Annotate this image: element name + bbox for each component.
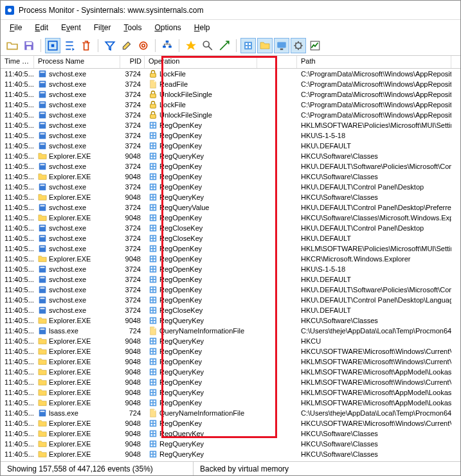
table-row[interactable]: 11:40:5...Explorer.EXE9048RegQueryKeyHKC… [1,315,460,326]
clear-button[interactable] [78,38,94,53]
network-toggle[interactable] [274,38,289,53]
reg-icon [149,337,158,346]
column-time[interactable]: Time o... [1,56,34,68]
process-tree-button[interactable] [159,38,175,53]
reg-icon [149,182,158,191]
table-row[interactable]: 11:40:5...Explorer.EXE9048RegOpenKeyHKLM… [1,377,460,387]
table-row[interactable]: 11:40:5...svchost.exe3724RegOpenKeyHKLM\… [1,120,460,130]
table-row[interactable]: 11:40:5...svchost.exe3724RegOpenKeyHKU\S… [1,130,460,141]
table-row[interactable]: 11:40:5...Explorer.EXE9048RegQueryKeyHKC… [1,449,460,459]
folder-icon [38,388,47,397]
table-row[interactable]: 11:40:5...svchost.exe3724LockFileC:\Prog… [1,69,460,79]
table-row[interactable]: 11:40:5...svchost.exe3724RegQueryValueHK… [1,202,460,213]
table-row[interactable]: 11:40:5...svchost.exe3724RegOpenKeyHKU\.… [1,141,460,151]
table-row[interactable]: 11:40:5...svchost.exe3724RegOpenKeyHKU\.… [1,274,460,285]
table-row[interactable]: 11:40:5...svchost.exe3724RegOpenKeyHKU\.… [1,161,460,172]
save-button[interactable] [21,38,37,53]
cell-time: 11:40:5... [1,286,34,294]
svg-rect-11 [27,46,32,50]
cell-operation: RegOpenKey [145,295,257,304]
menu-event[interactable]: Event [56,22,86,33]
cell-time: 11:40:5... [1,214,34,222]
table-row[interactable]: 11:40:5...svchost.exe3724UnlockFileSingl… [1,89,460,100]
reg-icon [149,265,158,274]
app-icon [38,100,47,109]
table-row[interactable]: 11:40:5...Explorer.EXE9048RegQueryKeyHKC… [1,192,460,202]
cell-path: HKU\.DEFAULT [297,276,451,283]
cell-pid: 9048 [120,430,145,437]
cell-process: Explorer.EXE [34,439,120,448]
reg-icon [149,439,158,448]
filter-button[interactable] [102,38,118,53]
menu-file[interactable]: File [5,22,27,33]
status-events: Showing 157,558 of 447,126 events (35%) [1,462,194,475]
cell-operation: RegQueryKey [145,429,257,438]
cell-path: C:\ProgramData\Microsoft\Windows\AppRepo… [297,91,451,98]
event-grid[interactable]: Time o... Process Name PID Operation Pat… [1,56,460,461]
cell-operation: RegQueryKey [145,316,257,325]
table-row[interactable]: 11:40:5...svchost.exe3724RegOpenKeyHKU\S… [1,264,460,274]
cell-pid: 3724 [120,163,145,170]
open-button[interactable] [5,38,20,53]
folder-icon [38,152,47,161]
table-row[interactable]: 11:40:5...Explorer.EXE9048RegOpenKeyHKLM… [1,398,460,408]
table-row[interactable]: 11:40:5...Explorer.EXE9048RegOpenKeyHKCU… [1,346,460,357]
menu-options[interactable]: Options [149,22,186,33]
table-row[interactable]: 11:40:5...Explorer.EXE9048RegQueryKeyHKC… [1,336,460,346]
table-row[interactable]: 11:40:5...svchost.exe3724LockFileC:\Prog… [1,100,460,110]
jump-button[interactable] [217,38,232,53]
reg-icon [149,141,158,150]
table-row[interactable]: 11:40:5...svchost.exe3724RegOpenKeyHKU\.… [1,295,460,305]
table-row[interactable]: 11:40:5...Explorer.EXE9048RegQueryKeyHKC… [1,428,460,439]
cell-path: C:\Users\theje\AppData\Local\Temp\Procmo… [297,327,451,335]
table-row[interactable]: 11:40:5...Explorer.EXE9048RegOpenKeyHKCU… [1,213,460,223]
registry-toggle[interactable] [240,38,256,53]
table-row[interactable]: 11:40:5...svchost.exe3724UnlockFileSingl… [1,110,460,120]
column-pid[interactable]: PID [120,56,145,68]
table-row[interactable]: 11:40:5...lsass.exe724QueryNameInformati… [1,326,460,336]
cell-pid: 3724 [120,306,145,314]
autoscroll-button[interactable] [62,38,77,53]
table-row[interactable]: 11:40:5...svchost.exe3724RegOpenKeyHKU\.… [1,285,460,295]
find-button[interactable] [200,38,215,53]
filesystem-toggle[interactable] [257,38,273,53]
table-row[interactable]: 11:40:5...svchost.exe3724ReadFileC:\Prog… [1,79,460,89]
table-row[interactable]: 11:40:5...svchost.exe3724RegCloseKeyHKU\… [1,305,460,315]
cell-operation: ReadFile [145,80,257,89]
include-button[interactable] [136,38,151,53]
column-path[interactable]: Path [297,56,451,68]
table-row[interactable]: 11:40:5...Explorer.EXE9048RegQueryKeyHKL… [1,387,460,398]
table-row[interactable]: 11:40:5...svchost.exe3724RegOpenKeyHKU\.… [1,182,460,192]
menu-help[interactable]: Help [189,22,215,33]
cell-operation: QueryNameInformationFile [145,409,257,418]
cell-process: Explorer.EXE [34,213,120,222]
table-row[interactable]: 11:40:5...Explorer.EXE9048RegQueryKeyHKC… [1,151,460,161]
app-icon [38,306,47,315]
column-result[interactable] [257,56,297,68]
table-row[interactable]: 11:40:5...Explorer.EXE9048RegOpenKeyHKCU… [1,172,460,182]
column-process[interactable]: Process Name [34,56,120,68]
table-row[interactable]: 11:40:5...svchost.exe3724RegCloseKeyHKU\… [1,233,460,243]
cell-path: HKLM\SOFTWARE\Policies\Microsoft\MUI\Set… [297,245,451,252]
app-icon [38,244,47,253]
cell-path: C:\ProgramData\Microsoft\Windows\AppRepo… [297,111,451,119]
process-toggle[interactable] [291,38,306,53]
highlight-button[interactable] [119,38,134,53]
column-operation[interactable]: Operation [145,56,257,68]
cell-pid: 9048 [120,389,145,396]
menu-filter[interactable]: Filter [89,22,116,33]
capture-button[interactable] [45,38,60,53]
menu-tools[interactable]: Tools [118,22,147,33]
table-row[interactable]: 11:40:5...svchost.exe3724RegCloseKeyHKU\… [1,223,460,233]
event-properties-button[interactable] [183,38,199,53]
table-row[interactable]: 11:40:5...Explorer.EXE9048RegQueryKeyHKL… [1,367,460,377]
table-row[interactable]: 11:40:5...Explorer.EXE9048RegQueryKeyHKC… [1,439,460,449]
menu-edit[interactable]: Edit [30,22,53,33]
cell-pid: 3724 [120,276,145,283]
table-row[interactable]: 11:40:5...Explorer.EXE9048RegOpenKeyHKCR… [1,254,460,264]
table-row[interactable]: 11:40:5...lsass.exe724QueryNameInformati… [1,408,460,418]
table-row[interactable]: 11:40:5...svchost.exe3724RegOpenKeyHKLM\… [1,243,460,254]
table-row[interactable]: 11:40:5...Explorer.EXE9048RegOpenKeyHKLM… [1,357,460,367]
profiling-toggle[interactable] [307,38,323,53]
table-row[interactable]: 11:40:5...Explorer.EXE9048RegOpenKeyHKCU… [1,418,460,428]
